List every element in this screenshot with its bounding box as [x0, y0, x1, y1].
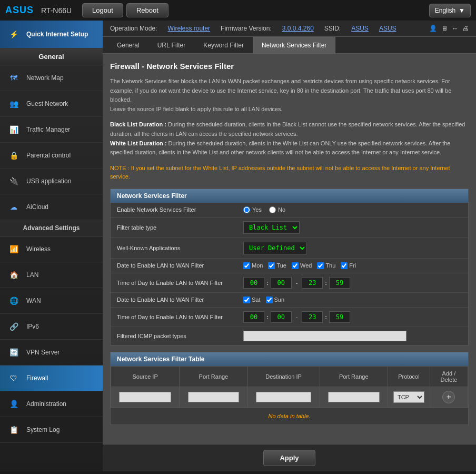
well-known-select[interactable]: User Defined HTTP (80) FTP (21) — [243, 242, 307, 254]
tab-url-filter[interactable]: URL Filter — [148, 37, 195, 54]
mon-checkbox[interactable] — [243, 262, 250, 269]
tab-network-services-filter[interactable]: Network Services Filter — [253, 37, 335, 54]
filter-table-input-row: TCP UDP BOTH + — [111, 387, 468, 407]
sat-option[interactable]: Sat — [243, 297, 261, 303]
ssid2[interactable]: ASUS — [379, 25, 396, 32]
black-list-duration-label: Black List Duration : — [110, 121, 166, 127]
source-ip-input[interactable] — [119, 392, 171, 402]
tue-option[interactable]: Tue — [268, 262, 286, 269]
wd-start-hour[interactable] — [243, 277, 264, 289]
sidebar-item-ipv6[interactable]: 🔗 IPv6 — [0, 314, 103, 340]
apply-button[interactable]: Apply — [263, 450, 315, 466]
no-data-message: No data in table. — [111, 408, 468, 424]
col-source-ip: Source IP — [111, 366, 180, 387]
enable-no-option[interactable]: No — [269, 206, 285, 213]
wed-option[interactable]: Wed — [292, 262, 312, 269]
main-content: Operation Mode: Wireless router Firmware… — [103, 21, 476, 471]
logout-button[interactable]: Logout — [82, 3, 123, 17]
protocol-select[interactable]: TCP UDP BOTH — [393, 391, 424, 403]
firewall-label: Firewall — [26, 374, 48, 382]
aicloud-label: AiCloud — [26, 203, 48, 211]
enable-no-radio[interactable] — [269, 206, 276, 213]
wd-start-min[interactable] — [271, 277, 292, 289]
icmp-input[interactable] — [243, 331, 406, 341]
sidebar-item-system-log[interactable]: 📋 System Log — [0, 417, 103, 443]
administration-icon: 👤 — [6, 397, 21, 411]
sidebar-item-quick-setup[interactable]: ⚡ Quick Internet Setup — [0, 21, 103, 48]
reboot-button[interactable]: Reboot — [126, 3, 168, 17]
sidebar-item-traffic-manager[interactable]: 📊 Traffic Manager — [0, 117, 103, 143]
col-add-delete: Add / Delete — [430, 366, 468, 387]
sidebar-item-administration[interactable]: 👤 Administration — [0, 391, 103, 417]
wan-icon: 🌐 — [6, 293, 21, 308]
wireless-label: Wireless — [26, 245, 51, 253]
thu-checkbox[interactable] — [317, 262, 324, 269]
icmp-row: Filtered ICMP packet types — [111, 327, 468, 345]
port-range-2-input[interactable] — [328, 392, 380, 402]
network-map-icon: 🗺 — [6, 71, 21, 85]
sidebar-item-parental-control[interactable]: 🔒 Parental control — [0, 143, 103, 169]
wed-checkbox[interactable] — [292, 262, 299, 269]
filter-form-table: Enable Network Services Filter Yes No — [111, 203, 468, 345]
layout: ⚡ Quick Internet Setup General 🗺 Network… — [0, 21, 476, 471]
date-weekend-label: Date to Enable LAN to WAN Filter — [111, 292, 237, 307]
we-end-hour[interactable] — [302, 311, 323, 323]
tab-general[interactable]: General — [108, 37, 148, 54]
ssid1[interactable]: ASUS — [351, 25, 369, 32]
enable-no-label: No — [278, 206, 285, 213]
port-range-1-input[interactable] — [188, 392, 240, 402]
enable-filter-label: Enable Network Services Filter — [111, 203, 237, 218]
sidebar-item-wan[interactable]: 🌐 WAN — [0, 288, 103, 314]
we-start-hour[interactable] — [243, 311, 264, 323]
traffic-manager-label: Traffic Manager — [26, 126, 70, 133]
we-time-sep1: : — [266, 314, 269, 320]
wireless-icon: 📶 — [6, 242, 21, 256]
sidebar-item-aicloud[interactable]: ☁ AiCloud — [0, 194, 103, 220]
we-end-min[interactable] — [329, 311, 350, 323]
administration-label: Administration — [26, 400, 66, 408]
time-weekday-row: Time of Day to Enable LAN to WAN Filter … — [111, 273, 468, 292]
wd-end-min[interactable] — [329, 277, 350, 289]
asus-logo: ASUS — [5, 5, 34, 16]
general-section-label: General — [0, 48, 103, 65]
tue-label: Tue — [276, 262, 286, 269]
tab-keyword-filter[interactable]: Keyword Filter — [194, 37, 253, 54]
time-weekend-row: Time of Day to Enable LAN to WAN Filter … — [111, 307, 468, 327]
parental-control-icon: 🔒 — [6, 148, 21, 163]
language-selector[interactable]: English ▼ — [429, 4, 471, 17]
sun-checkbox[interactable] — [266, 297, 273, 303]
sidebar-item-lan[interactable]: 🏠 LAN — [0, 262, 103, 288]
sidebar-item-usb-application[interactable]: 🔌 USB application — [0, 169, 103, 194]
thu-label: Thu — [325, 262, 335, 269]
sat-checkbox[interactable] — [243, 297, 250, 303]
tue-checkbox[interactable] — [268, 262, 275, 269]
sidebar-item-firewall[interactable]: 🛡 Firewall — [0, 366, 103, 391]
sidebar-item-guest-network[interactable]: 👥 Guest Network — [0, 91, 103, 117]
filter-table-section: Network Services Filter Table Source IP … — [110, 352, 469, 425]
sat-label: Sat — [252, 297, 261, 303]
fri-checkbox[interactable] — [341, 262, 348, 269]
wd-end-hour[interactable] — [302, 277, 323, 289]
wd-time-sep1: : — [266, 280, 269, 286]
op-mode-label: Operation Mode: — [110, 25, 157, 32]
sidebar-item-vpn-server[interactable]: 🔄 VPN Server — [0, 340, 103, 366]
enable-yes-option[interactable]: Yes — [243, 206, 262, 213]
user-icon: 👤 — [429, 25, 437, 32]
sun-option[interactable]: Sun — [266, 297, 285, 303]
thu-option[interactable]: Thu — [317, 262, 335, 269]
mon-option[interactable]: Mon — [243, 262, 263, 269]
fri-option[interactable]: Fri — [341, 262, 356, 269]
dest-ip-input[interactable] — [256, 392, 311, 402]
op-mode-value[interactable]: Wireless router — [167, 25, 210, 32]
fw-value[interactable]: 3.0.0.4.260 — [282, 25, 314, 32]
sidebar-item-wireless[interactable]: 📶 Wireless — [0, 236, 103, 262]
sidebar-item-network-map[interactable]: 🗺 Network Map — [0, 65, 103, 91]
we-start-min[interactable] — [271, 311, 292, 323]
vpn-server-icon: 🔄 — [6, 345, 21, 360]
date-weekday-label: Date to Enable LAN to WAN Filter — [111, 258, 237, 273]
enable-yes-radio[interactable] — [243, 206, 250, 213]
add-row-button[interactable]: + — [442, 391, 455, 403]
note-text: NOTE : If you set the subnet for the Whi… — [110, 164, 469, 181]
filter-type-select[interactable]: Black List White List — [243, 221, 300, 234]
enable-yes-label: Yes — [252, 206, 262, 213]
